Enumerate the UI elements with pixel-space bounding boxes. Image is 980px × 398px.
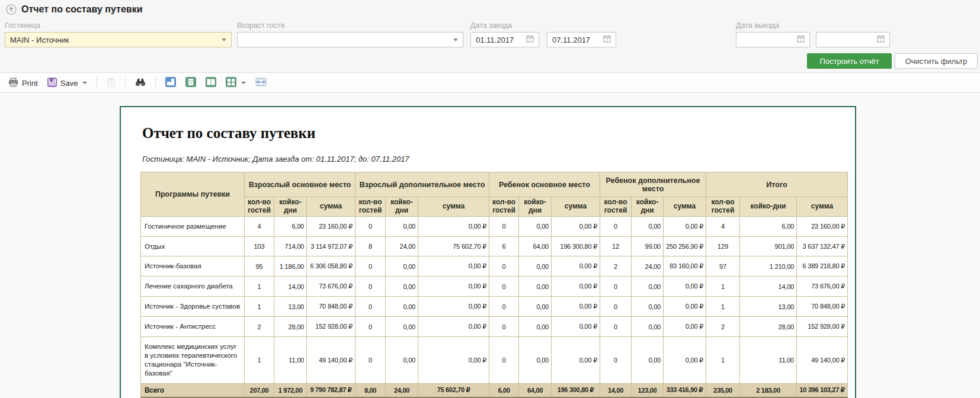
build-report-button[interactable]: Построить отчёт	[807, 53, 892, 69]
value-cell: 0	[489, 216, 519, 236]
calendar-icon[interactable]: 7	[526, 35, 534, 44]
value-cell: 23 160,00 ₽	[797, 216, 848, 236]
value-cell: 0,00 ₽	[418, 256, 489, 277]
svg-text:7: 7	[800, 38, 802, 42]
col-group-header: Взрослый дополнительное место	[356, 172, 489, 197]
save-button[interactable]: Save	[45, 76, 90, 90]
value-cell: 0,00	[386, 317, 418, 337]
collapse-panel-icon[interactable]	[6, 4, 17, 15]
filter-panel: Отчет по составу путевки Гостиница Возра…	[0, 0, 980, 73]
col-sub-header: сумма	[664, 197, 706, 217]
value-cell: 1	[706, 337, 740, 384]
program-cell: Лечение сахарного диабета	[141, 277, 245, 297]
total-value-cell: 64,00	[519, 383, 552, 397]
value-cell: 11,00	[740, 337, 797, 384]
value-cell: 2	[600, 256, 632, 277]
view-grid-button[interactable]	[223, 76, 248, 90]
value-cell: 0	[600, 277, 632, 297]
col-sub-header: сумма	[418, 197, 489, 217]
value-cell: 0,00	[386, 256, 418, 277]
total-value-cell: 10 396 103,27 ₽	[797, 383, 848, 397]
save-label: Save	[60, 79, 78, 88]
program-cell: Источник - Антистресс	[141, 317, 245, 337]
table-row: Отдых103714,003 114 972,07 ₽824,0075 602…	[141, 236, 848, 256]
calendar-icon[interactable]: 7	[797, 35, 805, 44]
value-cell: 0	[489, 317, 519, 337]
svg-text:7: 7	[880, 38, 882, 42]
program-cell: Отдых	[141, 236, 245, 256]
program-cell: Источник-базовая	[141, 256, 245, 277]
find-button[interactable]	[133, 76, 148, 89]
value-cell: 0	[600, 216, 632, 236]
table-row: Источник-базовая951 186,006 306 058,80 ₽…	[141, 256, 848, 277]
departure-label: Дата выезда	[736, 21, 779, 30]
value-cell: 1	[245, 337, 274, 384]
value-cell: 8	[356, 236, 386, 256]
total-row: Всего207,001 972,009 790 782,87 ₽8,0024,…	[141, 383, 848, 397]
toolbar-separator	[155, 77, 156, 89]
value-cell: 49 140,00 ₽	[307, 337, 356, 384]
value-cell: 0,00 ₽	[664, 337, 706, 384]
value-cell: 0,00	[386, 277, 418, 297]
value-cell: 0,00	[519, 317, 552, 337]
value-cell: 196 300,80 ₽	[552, 236, 600, 256]
value-cell: 83 160,00 ₽	[664, 256, 706, 277]
calendar-icon[interactable]: 7	[877, 35, 885, 44]
value-cell: 0,00	[632, 216, 664, 236]
col-group-header: Итого	[706, 172, 848, 197]
value-cell: 0,00	[386, 337, 418, 384]
value-cell: 2	[245, 317, 274, 337]
table-row: Комплекс медицинских услуг в условиях те…	[141, 337, 848, 384]
report-viewport: Отчет по составу путевки Гостиница: MAIN…	[0, 93, 980, 398]
arrival-date-from-input[interactable]: 01.11.2017 7	[470, 32, 539, 47]
value-cell: 3 637 132,47 ₽	[797, 236, 848, 256]
value-cell: 0,00 ₽	[552, 337, 600, 384]
value-cell: 1	[245, 297, 274, 317]
value-cell: 0	[356, 317, 386, 337]
export-clipboard-button[interactable]: ?	[104, 76, 118, 90]
guest-age-label: Возраст гостя	[237, 21, 284, 30]
total-value-cell: 207,00	[245, 383, 274, 397]
value-cell: 0,00 ₽	[664, 317, 706, 337]
value-cell: 0,00 ₽	[552, 297, 600, 317]
value-cell: 0,00	[519, 337, 552, 384]
report-toolbar: Print Save ?	[0, 73, 980, 93]
value-cell: 4	[245, 216, 274, 236]
value-cell: 1 186,00	[274, 256, 307, 277]
value-cell: 6	[489, 236, 519, 256]
arrival-date-from-value: 01.11.2017	[476, 36, 514, 44]
departure-date-to-input[interactable]: 7	[816, 32, 890, 47]
view-single-page-button[interactable]	[183, 76, 198, 90]
value-cell: 0	[489, 337, 519, 384]
col-sub-header: койко-дни	[274, 197, 307, 217]
chevron-down-icon	[241, 82, 246, 84]
departure-date-from-input[interactable]: 7	[736, 32, 810, 47]
arrival-label: Дата заезда	[470, 21, 512, 30]
value-cell: 97	[706, 256, 740, 277]
hotel-select-value: MAIN - Источник	[10, 36, 69, 44]
value-cell: 0,00 ₽	[418, 317, 489, 337]
view-two-pages-button[interactable]	[203, 76, 219, 90]
view-outline-button[interactable]	[163, 76, 178, 90]
calendar-icon[interactable]: 7	[603, 35, 611, 44]
value-cell: 0	[356, 277, 386, 297]
total-value-cell: 9 790 782,87 ₽	[307, 383, 356, 397]
value-cell: 6,00	[274, 216, 307, 236]
col-sub-header: сумма	[552, 197, 600, 217]
value-cell: 3 114 972,07 ₽	[307, 236, 356, 256]
hotel-select[interactable]: MAIN - Источник	[5, 32, 232, 47]
value-cell: 28,00	[274, 317, 307, 337]
value-cell: 0,00	[386, 297, 418, 317]
guest-age-select[interactable]	[237, 32, 463, 47]
fit-width-button[interactable]	[253, 76, 269, 90]
value-cell: 1	[706, 277, 740, 297]
print-button[interactable]: Print	[6, 76, 40, 90]
value-cell: 152 928,00 ₽	[797, 317, 848, 337]
value-cell: 0,00 ₽	[552, 216, 600, 236]
value-cell: 0,00 ₽	[418, 277, 489, 297]
clear-filter-button[interactable]: Очистить фильтр	[895, 53, 978, 69]
value-cell: 0	[489, 297, 519, 317]
arrival-date-to-input[interactable]: 07.11.2017 7	[547, 32, 616, 47]
value-cell: 0	[356, 297, 386, 317]
print-label: Print	[22, 79, 38, 88]
